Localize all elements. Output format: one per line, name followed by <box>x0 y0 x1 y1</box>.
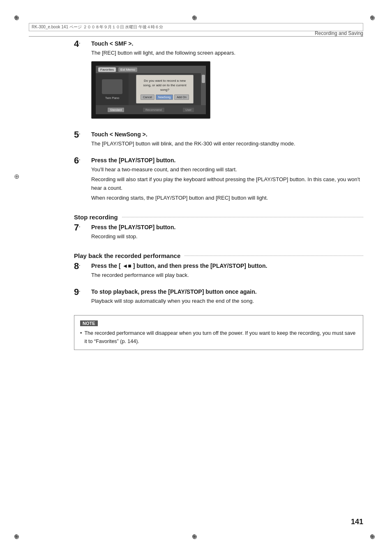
note-bullet-item: • The recorded performance will disappea… <box>80 329 357 345</box>
screen-inner: Favorites Est Memo Twin Piano Do y <box>96 66 206 114</box>
step-7-number: 7. <box>74 223 91 232</box>
step-5-line-1: The [PLAY/STOP] button will blink, and t… <box>91 140 363 148</box>
page-header: Recording and Saving <box>0 29 392 36</box>
page-number: 141 <box>351 518 363 526</box>
step-6: 6. Press the [PLAY/STOP] button. You'll … <box>74 157 363 204</box>
corner-mark-tr: ⊕ <box>370 14 378 22</box>
screen-body: Twin Piano Do you want to record a new s… <box>96 73 206 105</box>
step-4-number: 4. <box>74 39 91 48</box>
step-5-title: Touch < NewSong >. <box>91 131 363 138</box>
screen-right-panel: Do you want to record a new song, or add… <box>129 73 201 105</box>
step-5-body: Touch < NewSong >. The [PLAY/STOP] butto… <box>91 131 363 150</box>
screen-scroll-thumb <box>202 75 205 83</box>
corner-mark-br: ⊕ <box>370 533 378 541</box>
corner-mark-bm: ⊕ <box>192 533 200 541</box>
step-6-number: 6. <box>74 156 91 165</box>
header-title: Recording and Saving <box>315 30 363 36</box>
screen-newsong-btn: NewSong <box>156 94 173 100</box>
screen-bottom-standard: Standard <box>108 108 124 112</box>
step-8: 8. Press the [ ◄■ ] button, and then pre… <box>74 263 363 281</box>
screen-dialog-buttons: Cancel NewSong Add On <box>141 94 189 100</box>
step-6-body: Press the [PLAY/STOP] button. You'll hea… <box>91 157 363 204</box>
screen-scrollbar <box>201 73 206 105</box>
step-8-line-1: The recorded performance will play back. <box>91 271 363 279</box>
step-5: 5. Touch < NewSong >. The [PLAY/STOP] bu… <box>74 131 363 150</box>
screen-tab-favorites: Favorites <box>98 67 116 72</box>
step-4-desc: The [REC] button will light, and the fol… <box>91 49 363 57</box>
corner-mark-bl: ⊕ <box>14 533 22 541</box>
step-8-number: 8. <box>74 262 91 271</box>
step-7-title: Press the [PLAY/STOP] button. <box>91 224 363 230</box>
screen-ui: Favorites Est Memo Twin Piano Do y <box>96 66 206 114</box>
step-8-body: Press the [ ◄■ ] button, and then press … <box>91 263 363 281</box>
screen-bottombar: Standard Recommend User <box>96 105 206 114</box>
screen-dialog: Do you want to record a new song, or add… <box>136 75 194 104</box>
step-8-desc: The recorded performance will play back. <box>91 271 363 279</box>
note-text: • The recorded performance will disappea… <box>80 329 357 345</box>
step-5-desc: The [PLAY/STOP] button will blink, and t… <box>91 140 363 148</box>
screen-topbar: Favorites Est Memo <box>96 66 206 73</box>
step-8-title: Press the [ ◄■ ] button, and then press … <box>91 263 363 269</box>
step-7-line-1: Recording will stop. <box>91 233 363 241</box>
margin-ch-mid: ⊕ <box>14 173 19 180</box>
step-9: 9. To stop playback, press the [PLAY/STO… <box>74 288 363 307</box>
screen-bottom-recommend: Recommend <box>143 108 164 112</box>
section-stop-title: Stop recording <box>74 214 118 221</box>
screen-thumb-image <box>102 79 122 94</box>
screen-tab-estmemo: Est Memo <box>118 67 137 72</box>
step-9-body: To stop playback, press the [PLAY/STOP] … <box>91 288 363 307</box>
note-bullet-char: • <box>80 329 82 345</box>
step-7-desc: Recording will stop. <box>91 233 363 241</box>
section-playback-dots <box>184 256 363 256</box>
section-stop-recording: Stop recording <box>74 214 363 221</box>
screen-dialog-text: Do you want to record a new song, or add… <box>141 78 189 92</box>
note-label: NOTE <box>80 320 98 326</box>
step-6-line-1: You'll hear a two-measure count, and the… <box>91 166 363 174</box>
screen-screenshot: Favorites Est Memo Twin Piano Do y <box>91 61 210 119</box>
step-4-title: Touch < SMF >. <box>91 40 363 47</box>
note-content: The recorded performance will disappear … <box>84 329 357 345</box>
corner-mark-tm: ⊕ <box>192 14 200 22</box>
step-4-line-1: The [REC] button will light, and the fol… <box>91 49 363 57</box>
step-6-title: Press the [PLAY/STOP] button. <box>91 157 363 164</box>
step-9-number: 9. <box>74 288 91 297</box>
step-6-line-3: When recording starts, the [PLAY/STOP] b… <box>91 194 363 202</box>
step-4-body: Touch < SMF >. The [REC] button will lig… <box>91 40 363 124</box>
section-stop-dots <box>122 217 363 217</box>
screen-cancel-btn: Cancel <box>141 94 154 100</box>
header-rule <box>29 36 363 37</box>
corner-mark-tl: ⊕ <box>14 14 22 22</box>
step-9-title: To stop playback, press the [PLAY/STOP] … <box>91 288 363 295</box>
screen-thumb-label: Twin Piano <box>105 97 119 99</box>
step-9-desc: Playback will stop automatically when yo… <box>91 297 363 305</box>
screen-addon-btn: Add On <box>174 94 189 100</box>
main-content: 4. Touch < SMF >. The [REC] button will … <box>74 40 363 350</box>
screen-left-panel: Twin Piano <box>96 73 129 105</box>
step-4: 4. Touch < SMF >. The [REC] button will … <box>74 40 363 124</box>
screen-bottom-user: User <box>183 108 194 112</box>
note-box: NOTE • The recorded performance will dis… <box>74 315 363 350</box>
step-9-line-1: Playback will stop automatically when yo… <box>91 297 363 305</box>
step-6-desc: You'll hear a two-measure count, and the… <box>91 166 363 202</box>
step-7: 7. Press the [PLAY/STOP] button. Recordi… <box>74 224 363 242</box>
step-7-body: Press the [PLAY/STOP] button. Recording … <box>91 224 363 242</box>
section-playback-title: Play back the recorded performance <box>74 252 180 259</box>
section-playback: Play back the recorded performance <box>74 252 363 259</box>
step-6-line-2: Recording will also start if you play th… <box>91 175 363 192</box>
step-5-number: 5. <box>74 130 91 139</box>
